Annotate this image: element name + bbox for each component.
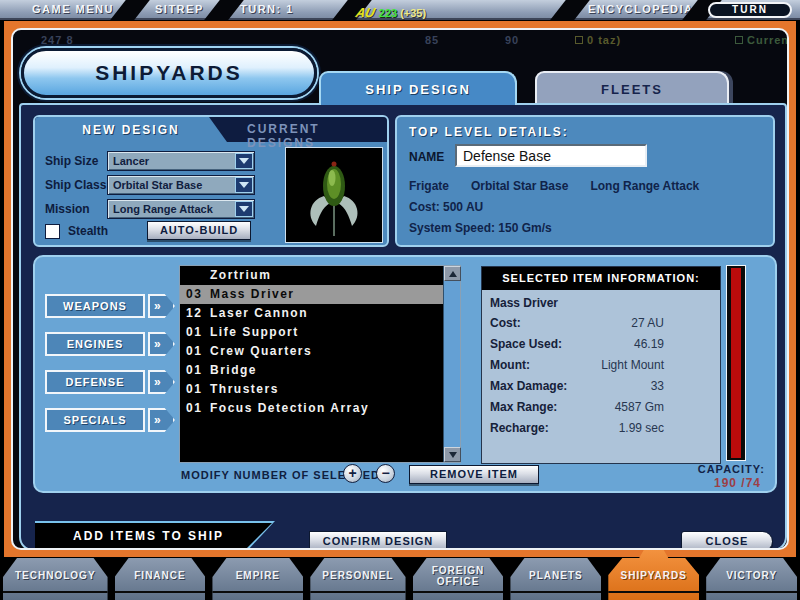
treasury-display: AU223(+35)	[356, 3, 426, 21]
top-status-bar: GAME MENU SITREP TURN: 1 AU223(+35) ENCY…	[0, 0, 800, 20]
double-chevron-icon: »	[148, 332, 175, 356]
dimmed-background-text: 85	[425, 34, 439, 46]
remove-item-button[interactable]: REMOVE ITEM	[409, 465, 539, 484]
ship-name-input[interactable]	[455, 144, 647, 167]
dimmed-background-text: Current	[735, 34, 789, 46]
dimmed-background-text: 90	[505, 34, 519, 46]
list-item[interactable]: 01Crew Quarters	[180, 342, 460, 361]
stealth-checkbox[interactable]	[45, 224, 60, 239]
close-button[interactable]: CLOSE	[681, 531, 773, 550]
double-chevron-icon: »	[148, 370, 175, 394]
nav-tab-finance[interactable]: FINANCE	[115, 558, 206, 600]
stat-row: Max Damage:33	[482, 375, 720, 396]
turn-counter: TURN: 1	[240, 3, 294, 15]
specials-button[interactable]: SPECIALS »	[45, 408, 175, 432]
stat-row: Mount:Light Mount	[482, 354, 720, 375]
component-list: Zortrium 03Mass Driver 12Laser Cannon 01…	[179, 265, 461, 463]
page-title: SHIPYARDS	[21, 48, 317, 98]
topbar-divider	[204, 0, 244, 20]
selected-item-info-title: SELECTED ITEM INFORMATION:	[482, 267, 720, 290]
stealth-label: Stealth	[68, 224, 108, 238]
dimmed-icon	[735, 36, 743, 44]
topbar-divider	[550, 0, 590, 20]
tab-current-designs[interactable]: CURRENT DESIGNS	[247, 122, 387, 150]
components-panel: WEAPONS » ENGINES » DEFENSE » SPECIALS »	[33, 255, 777, 493]
encyclopedia-button[interactable]: ENCYCLOPEDIA	[588, 3, 693, 15]
double-chevron-icon: »	[148, 294, 175, 318]
weapons-button[interactable]: WEAPONS »	[45, 294, 175, 318]
dimmed-background-text: 0 taz)	[575, 34, 621, 46]
double-chevron-icon: »	[148, 408, 175, 432]
list-item[interactable]: Zortrium	[180, 266, 460, 285]
selected-item-name: Mass Driver	[482, 290, 720, 312]
nav-tab-empire[interactable]: EMPIRE	[212, 558, 303, 600]
capacity-value: 190 /74	[714, 476, 761, 490]
defense-button[interactable]: DEFENSE »	[45, 370, 175, 394]
list-item[interactable]: 01Focus Detection Array	[180, 399, 460, 418]
currency-delta: (+35)	[400, 7, 426, 19]
list-item[interactable]: 01Life Support	[180, 323, 460, 342]
design-tabs-header: NEW DESIGN CURRENT DESIGNS	[35, 117, 387, 142]
ship-design-panel: NEW DESIGN CURRENT DESIGNS Ship Size Lan…	[19, 103, 787, 550]
ship-class-row: Ship Class Orbital Star Base	[45, 175, 255, 195]
capacity-label: CAPACITY:	[698, 463, 765, 475]
shipyards-window: 247 8 85 90 0 taz) Current SHIPYARDS SHI…	[11, 28, 789, 550]
list-item[interactable]: 01Bridge	[180, 361, 460, 380]
currency-value: 223	[379, 7, 397, 19]
end-turn-button[interactable]: TURN	[708, 2, 792, 18]
ship-class-select[interactable]: Orbital Star Base	[107, 175, 255, 195]
list-scrollbar[interactable]	[443, 266, 460, 462]
list-item[interactable]: 12Laser Cannon	[180, 304, 460, 323]
capacity-bar	[726, 265, 746, 461]
mission-select[interactable]: Long Range Attack	[107, 199, 255, 219]
chevron-down-icon[interactable]	[235, 177, 253, 193]
decrease-quantity-button[interactable]: −	[376, 464, 395, 483]
mission-label: Mission	[45, 202, 107, 216]
stat-row: Recharge:1.99 sec	[482, 417, 720, 438]
stat-row: Space Used:46.19	[482, 333, 720, 354]
top-level-details-panel: TOP LEVEL DETAILS: NAME FrigateOrbital S…	[395, 115, 775, 247]
tab-fleets[interactable]: FLEETS	[535, 71, 729, 105]
auto-build-button[interactable]: AUTO-BUILD	[147, 221, 251, 240]
sitrep-button[interactable]: SITREP	[155, 3, 204, 15]
nav-tab-technology[interactable]: TECHNOLOGY	[3, 558, 108, 600]
selected-item-info-panel: SELECTED ITEM INFORMATION: Mass Driver C…	[481, 266, 721, 464]
dimmed-background-text: 247 8	[41, 34, 74, 46]
list-item[interactable]: 01Thrusters	[180, 380, 460, 399]
ship-size-row: Ship Size Lancer	[45, 151, 255, 171]
confirm-design-button[interactable]: CONFIRM DESIGN	[309, 531, 447, 550]
scroll-up-icon[interactable]	[444, 266, 461, 281]
chevron-down-icon[interactable]	[235, 201, 253, 217]
add-items-banner: ADD ITEMS TO SHIP	[35, 521, 275, 550]
design-system-speed: System Speed: 150 Gm/s	[409, 221, 552, 235]
increase-quantity-button[interactable]: +	[343, 464, 362, 483]
engines-button[interactable]: ENGINES »	[45, 332, 175, 356]
dimmed-icon	[575, 36, 583, 44]
new-design-panel: NEW DESIGN CURRENT DESIGNS Ship Size Lan…	[33, 115, 389, 247]
nav-tab-personnel[interactable]: PERSONNEL	[310, 558, 405, 600]
game-menu-button[interactable]: GAME MENU	[32, 3, 114, 15]
ship-size-label: Ship Size	[45, 154, 107, 168]
stealth-row: Stealth	[45, 221, 108, 241]
tab-new-design[interactable]: NEW DESIGN	[35, 117, 227, 142]
ship-size-select[interactable]: Lancer	[107, 151, 255, 171]
design-summary: FrigateOrbital Star BaseLong Range Attac…	[409, 179, 721, 193]
nav-tab-foreign-office[interactable]: FOREIGN OFFICE	[413, 558, 504, 600]
capacity-bar-fill	[731, 268, 741, 458]
design-cost: Cost: 500 AU	[409, 200, 483, 214]
scroll-down-icon[interactable]	[444, 447, 461, 462]
ship-class-label: Ship Class	[45, 178, 107, 192]
mission-row: Mission Long Range Attack	[45, 199, 255, 219]
name-label: NAME	[409, 150, 444, 164]
chevron-down-icon[interactable]	[235, 153, 253, 169]
shipyards-window-frame: 247 8 85 90 0 taz) Current SHIPYARDS SHI…	[4, 21, 796, 557]
nav-tab-planets[interactable]: PLANETS	[510, 558, 601, 600]
stat-row: Cost:27 AU	[482, 312, 720, 333]
tab-ship-design[interactable]: SHIP DESIGN	[319, 71, 517, 105]
list-item-selected[interactable]: 03Mass Driver	[180, 285, 460, 304]
topbar-divider	[110, 0, 150, 20]
nav-tab-shipyards[interactable]: SHIPYARDS	[608, 550, 699, 600]
ship-preview-image	[285, 147, 383, 243]
bottom-navigation: TECHNOLOGY FINANCE EMPIRE PERSONNEL FORE…	[0, 558, 800, 600]
nav-tab-victory[interactable]: VICTORY	[706, 558, 797, 600]
